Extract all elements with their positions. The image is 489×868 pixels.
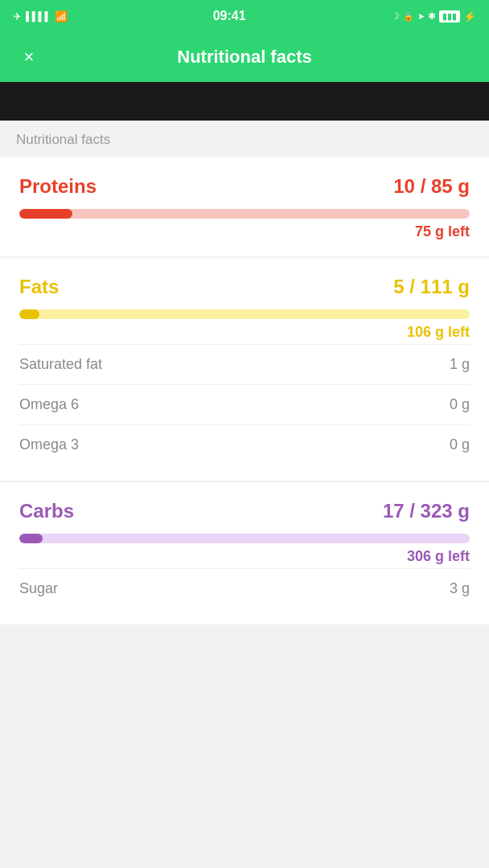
- sugar-value: 3 g: [450, 580, 470, 597]
- omega3-label: Omega 3: [19, 436, 79, 453]
- fats-fill: [19, 309, 39, 319]
- sugar-row: Sugar 3 g: [19, 568, 470, 608]
- food-image: [0, 82, 489, 121]
- proteins-progress-row: [19, 209, 470, 219]
- location-icon: ➤: [417, 11, 425, 22]
- signal-icon: ▌▌▌▌: [26, 11, 51, 21]
- carbs-label: Carbs: [19, 500, 74, 522]
- bluetooth-icon: ✱: [428, 10, 436, 22]
- fats-values: 5 / 111 g: [393, 276, 470, 298]
- fats-card: Fats 5 / 111 g 106 g left Saturated fat …: [0, 258, 489, 481]
- proteins-fill: [19, 209, 72, 219]
- charging-icon: ⚡: [463, 10, 476, 23]
- status-time: 09:41: [213, 9, 246, 23]
- omega6-value: 0 g: [450, 396, 470, 413]
- carbs-card: Carbs 17 / 323 g 306 g left Sugar 3 g: [0, 482, 489, 624]
- fats-remaining: 106 g left: [407, 324, 470, 340]
- carbs-progress-row: [19, 534, 470, 543]
- status-left: ✈ ▌▌▌▌ 📶: [13, 10, 68, 23]
- lock-icon: 🔒: [403, 11, 414, 22]
- sugar-label: Sugar: [19, 580, 58, 597]
- carbs-fill: [19, 534, 43, 543]
- proteins-header: Proteins 10 / 85 g: [19, 175, 470, 198]
- moon-icon: ☽: [391, 10, 400, 22]
- fats-progress-bar: [19, 309, 470, 319]
- fats-header: Fats 5 / 111 g: [19, 276, 470, 298]
- proteins-progress-bar: [19, 209, 470, 219]
- carbs-values: 17 / 323 g: [383, 500, 470, 522]
- wifi-icon: 📶: [55, 10, 68, 23]
- battery-icon: ▮▮▮: [439, 10, 460, 23]
- carbs-header: Carbs 17 / 323 g: [19, 500, 470, 522]
- saturated-fat-label: Saturated fat: [19, 356, 102, 373]
- saturated-fat-value: 1 g: [450, 356, 470, 373]
- section-label: Nutritional facts: [0, 121, 489, 158]
- proteins-label: Proteins: [19, 175, 97, 198]
- omega6-row: Omega 6 0 g: [19, 384, 470, 424]
- header-title: Nutritional facts: [42, 47, 447, 68]
- proteins-remaining: 75 g left: [415, 223, 470, 240]
- omega3-value: 0 g: [450, 436, 470, 453]
- plane-icon: ✈: [13, 10, 22, 23]
- carbs-progress-bar: [19, 534, 470, 543]
- status-bar: ✈ ▌▌▌▌ 📶 09:41 ☽ 🔒 ➤ ✱ ▮▮▮ ⚡: [0, 0, 489, 32]
- omega3-row: Omega 3 0 g: [19, 424, 470, 465]
- status-right: ☽ 🔒 ➤ ✱ ▮▮▮ ⚡: [391, 10, 476, 23]
- header: × Nutritional facts: [0, 32, 489, 82]
- carbs-remaining: 306 g left: [407, 548, 470, 564]
- fats-progress-row: [19, 309, 470, 319]
- proteins-card: Proteins 10 / 85 g 75 g left: [0, 158, 489, 256]
- proteins-values: 10 / 85 g: [393, 175, 470, 198]
- fats-label: Fats: [19, 276, 59, 298]
- close-button[interactable]: ×: [16, 47, 42, 68]
- omega6-label: Omega 6: [19, 396, 79, 413]
- saturated-fat-row: Saturated fat 1 g: [19, 344, 470, 384]
